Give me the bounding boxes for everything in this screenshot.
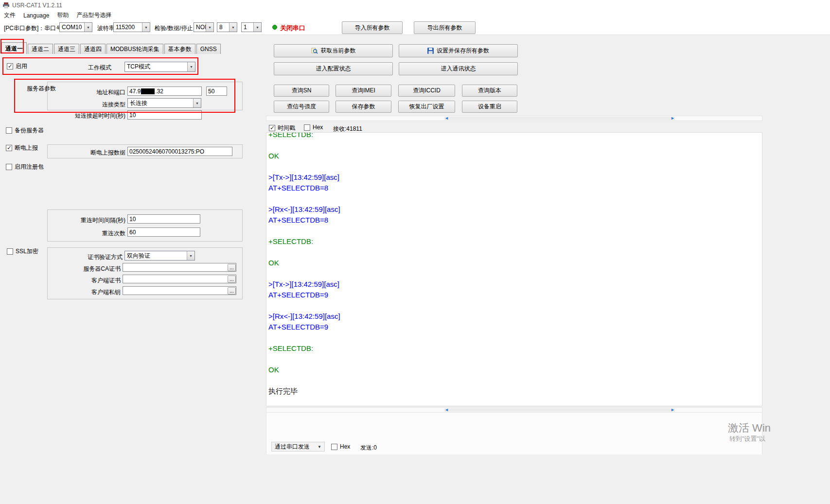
tab-gnss[interactable]: GNSS xyxy=(196,44,221,54)
log-line xyxy=(268,375,762,386)
get-params-button[interactable]: 获取当前参数 xyxy=(274,44,393,57)
query-sn-button[interactable]: 查询SN xyxy=(274,85,329,97)
log-hscrollbar-bottom[interactable]: ◄ ► xyxy=(266,407,762,413)
hscroll-thumb[interactable]: ◄ ► xyxy=(444,117,675,120)
reconnect-count-input[interactable]: 60 xyxy=(127,227,200,237)
query-iccid-button[interactable]: 查询ICCID xyxy=(398,85,455,97)
serial-port-label: [PC串口参数]：串口号 xyxy=(4,24,62,33)
factory-reset-button[interactable]: 恢复出厂设置 xyxy=(398,101,455,113)
log-line: +SELECTDB: xyxy=(268,236,762,247)
work-mode-select[interactable]: TCP模式▼ xyxy=(124,62,195,72)
ssl-checkbox[interactable]: SSL加密 xyxy=(7,247,38,256)
chevron-down-icon: ▼ xyxy=(229,23,237,32)
recv-hex-checkbox[interactable]: Hex xyxy=(304,124,323,131)
chevron-down-icon: ▼ xyxy=(142,23,150,32)
log-content: +SELECTDB: OK >[Tx->][13:42:59][asc]AT+S… xyxy=(268,132,762,397)
cert-verify-label: 证书验证方式 xyxy=(83,253,123,261)
export-params-button[interactable]: 导出所有参数 xyxy=(414,21,476,34)
log-line: >[Rx<-][13:42:59][asc] xyxy=(268,311,762,322)
address-suffix: .32 xyxy=(155,88,163,95)
client-cert-browse-button[interactable]: ... xyxy=(228,276,236,283)
register-packet-checkbox[interactable]: 启用注册包 xyxy=(6,163,44,171)
power-off-data-input[interactable]: 02500524060700013275:PO xyxy=(127,147,232,156)
client-cert-input[interactable] xyxy=(123,275,236,283)
log-hscrollbar-top[interactable]: ◄ ► xyxy=(266,116,762,121)
databits-select[interactable]: 8▼ xyxy=(217,22,237,32)
send-hex-checkbox[interactable]: Hex xyxy=(331,443,350,450)
log-line xyxy=(268,268,762,279)
log-line: >[Tx->][13:42:59][asc] xyxy=(268,279,762,290)
save-params-button[interactable]: 保存参数 xyxy=(336,101,391,113)
save-icon xyxy=(427,48,434,54)
device-restart-button[interactable]: 设备重启 xyxy=(462,101,517,113)
scroll-right-icon[interactable]: ► xyxy=(671,408,675,412)
address-redaction xyxy=(141,88,155,94)
conn-type-label: 连接类型 xyxy=(95,101,125,109)
query-imei-button[interactable]: 查询IMEI xyxy=(336,85,391,97)
client-key-browse-button[interactable]: ... xyxy=(228,287,236,295)
enter-config-button[interactable]: 进入配置状态 xyxy=(274,62,393,75)
tab-modbus[interactable]: MODBUS轮询采集 xyxy=(106,44,163,54)
ca-cert-label: 服务器CA证书 xyxy=(78,265,121,273)
log-line xyxy=(268,332,762,343)
power-off-report-checkbox[interactable]: 断电上报 xyxy=(6,144,38,152)
address-prefix: 47.9 xyxy=(129,88,141,95)
query-version-button[interactable]: 查询版本 xyxy=(462,85,517,97)
conn-type-select[interactable]: 长连接▼ xyxy=(127,98,201,108)
log-line: 执行完毕 xyxy=(268,386,762,397)
reconnect-interval-input[interactable]: 10 xyxy=(127,214,200,224)
set-save-params-button[interactable]: 设置并保存所有参数 xyxy=(399,44,518,57)
sent-count-label: 发送:0 xyxy=(360,444,377,452)
short-timeout-input[interactable]: 10 xyxy=(127,110,202,120)
scroll-left-icon[interactable]: ◄ xyxy=(444,408,449,412)
tab-channel-1[interactable]: 通道一 xyxy=(1,42,27,54)
cert-verify-select[interactable]: 双向验证▼ xyxy=(124,251,195,261)
window-title: USR-CAT1 V1.2.11 xyxy=(12,2,62,9)
menu-help[interactable]: 帮助 xyxy=(53,11,72,20)
parity-select[interactable]: NONI▼ xyxy=(194,22,214,32)
hscroll-thumb[interactable]: ◄ ► xyxy=(444,408,675,412)
ca-cert-input[interactable] xyxy=(123,263,236,272)
backup-server-checkbox[interactable]: 备份服务器 xyxy=(6,126,44,135)
menu-product-model[interactable]: 产品型号选择 xyxy=(72,11,115,20)
log-line xyxy=(268,226,762,236)
tab-channel-2[interactable]: 通道二 xyxy=(28,44,53,54)
tab-channel-3[interactable]: 通道三 xyxy=(54,44,79,54)
enable-label: 启用 xyxy=(16,62,27,70)
menu-language[interactable]: Language xyxy=(19,11,53,20)
enter-comm-button[interactable]: 进入通讯状态 xyxy=(399,62,518,75)
activate-windows-hint: 转到"设置"以 xyxy=(729,434,765,443)
timestamp-checkbox[interactable]: 时间戳 xyxy=(269,124,295,132)
com-port-select[interactable]: COM10▼ xyxy=(59,22,92,32)
scroll-right-icon[interactable]: ► xyxy=(671,117,675,120)
chevron-down-icon: ▼ xyxy=(318,445,321,449)
enable-checkbox[interactable]: 启用 xyxy=(7,62,27,70)
tab-channel-4[interactable]: 通道四 xyxy=(80,44,106,54)
log-line xyxy=(268,193,762,204)
stopbits-select[interactable]: 1▼ xyxy=(241,22,262,32)
log-line: +SELECTDB: xyxy=(268,343,762,354)
log-line: +SELECTDB: xyxy=(268,132,762,140)
log-output[interactable]: +SELECTDB: OK >[Tx->][13:42:59][asc]AT+S… xyxy=(266,132,762,406)
serial-toolbar: [PC串口参数]：串口号 COM10▼ 波特率 115200▼ 检验/数据/停止… xyxy=(0,20,830,35)
scroll-left-icon[interactable]: ◄ xyxy=(444,117,449,120)
client-key-input[interactable] xyxy=(123,286,236,295)
port-input[interactable]: 50 xyxy=(206,87,227,96)
baud-select[interactable]: 115200▼ xyxy=(113,22,150,32)
log-line: OK xyxy=(268,258,762,268)
send-via-serial-dropdown[interactable]: 通过串口发送 ▼ xyxy=(271,442,325,452)
log-line: OK xyxy=(268,151,762,161)
import-params-button[interactable]: 导入所有参数 xyxy=(342,21,403,34)
query-signal-button[interactable]: 查信号强度 xyxy=(274,101,329,113)
menu-file[interactable]: 文件 xyxy=(0,11,19,20)
chevron-down-icon: ▼ xyxy=(187,62,195,71)
ca-cert-browse-button[interactable]: ... xyxy=(228,264,236,271)
reconnect-count-label: 重连次数 xyxy=(71,229,125,238)
tab-basic-params[interactable]: 基本参数 xyxy=(164,44,195,54)
log-line: AT+SELECTDB=9 xyxy=(268,290,762,300)
checkbox-icon xyxy=(6,127,12,134)
checkbox-icon xyxy=(7,63,13,70)
close-port-button[interactable]: 关闭串口 xyxy=(280,24,305,33)
checkbox-icon xyxy=(6,145,12,151)
address-input[interactable]: 47.9.32 xyxy=(127,87,202,96)
